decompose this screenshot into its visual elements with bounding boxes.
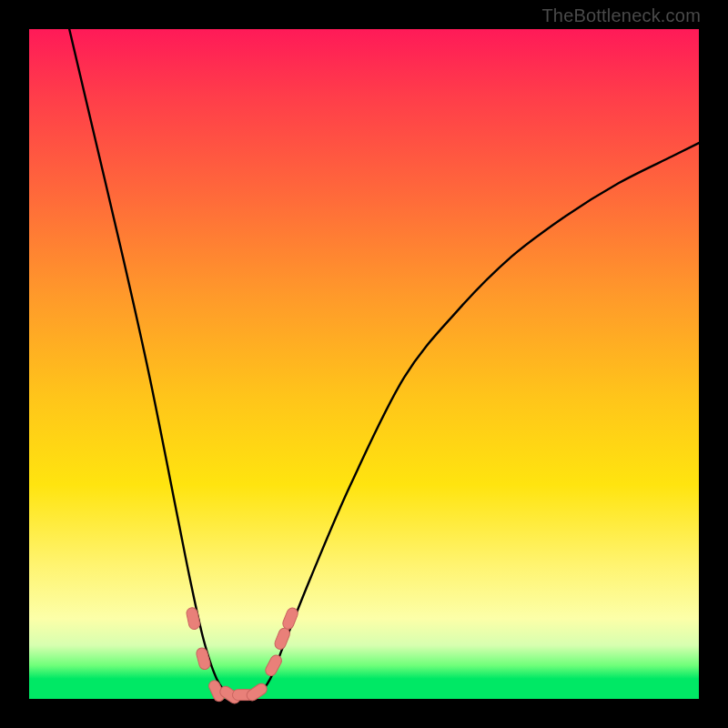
marker-group [186,606,299,705]
chart-frame: TheBottleneck.com [0,0,728,728]
plot-area [29,29,699,699]
curve-layer [29,29,699,699]
bottleneck-curve [69,29,699,697]
curve-marker [273,626,291,651]
curve-marker [264,653,284,678]
curve-marker [196,647,212,671]
curve-marker [186,607,201,631]
curve-marker [281,606,299,631]
curve-marker [245,682,269,703]
watermark-text: TheBottleneck.com [541,5,701,26]
